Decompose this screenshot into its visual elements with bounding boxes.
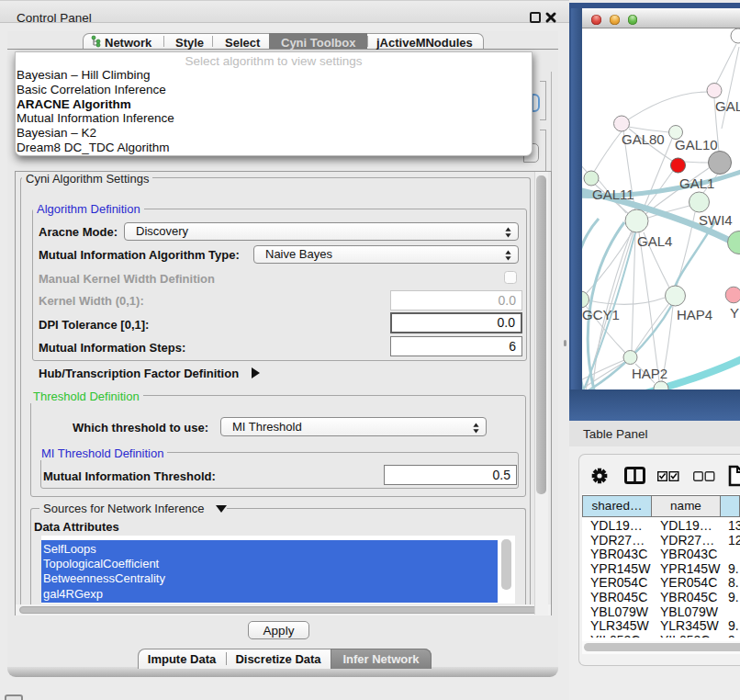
svg-text:GAL80: GAL80 <box>622 131 665 147</box>
svg-text:GAL1: GAL1 <box>679 175 714 191</box>
svg-text:GAL: GAL <box>715 98 740 114</box>
svg-text:GAL10: GAL10 <box>675 137 718 152</box>
svg-text:SWI4: SWI4 <box>699 212 733 228</box>
svg-text:GAL11: GAL11 <box>592 186 634 202</box>
svg-text:GAL4: GAL4 <box>637 233 672 249</box>
svg-text:HAP4: HAP4 <box>677 307 712 322</box>
svg-text:HAP2: HAP2 <box>632 366 667 381</box>
svg-text:Y: Y <box>730 305 739 321</box>
svg-text:GCY1: GCY1 <box>582 307 620 322</box>
